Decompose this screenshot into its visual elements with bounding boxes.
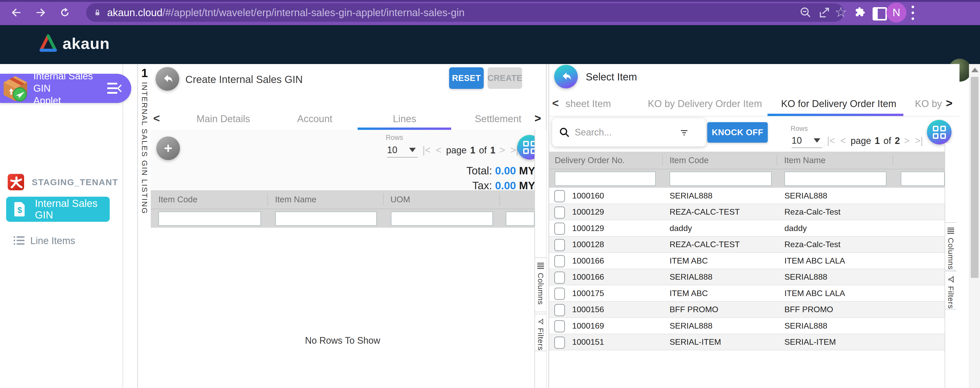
browser-back-icon[interactable] <box>10 6 22 19</box>
filter-funnel-icon <box>537 318 544 326</box>
filter-input-item-name[interactable] <box>784 172 886 186</box>
listing-strip[interactable]: 1 INTERNAL SALES GIN LISTING <box>137 64 152 388</box>
table-row[interactable]: 1000151 SERIAL-ITEM SERIAL-ITEM <box>549 334 945 351</box>
columns-rail-tab[interactable]: Columns <box>945 222 956 271</box>
tab-main-details[interactable]: Main Details <box>196 114 250 125</box>
table-row[interactable]: 1000128 REZA-CALC-TEST Reza-Calc-Test <box>549 237 945 253</box>
table-row[interactable]: 1000160 SERIAL888 SERIAL888 <box>549 188 945 204</box>
table-row[interactable]: 1000175 ITEM ABC ITEM ABC LALA <box>549 285 945 302</box>
table-row[interactable]: 1000156 BFF PROMO BFF PROMO <box>549 302 945 318</box>
cell-item-name: ITEM ABC LALA <box>784 256 845 265</box>
add-line-button[interactable] <box>156 136 180 160</box>
col-uom[interactable]: UOM <box>390 195 410 204</box>
search-filter-icon[interactable] <box>680 128 689 137</box>
share-icon[interactable] <box>818 6 831 19</box>
row-checkbox[interactable] <box>554 255 565 268</box>
filter-input-item-name[interactable] <box>275 212 377 226</box>
search-box[interactable] <box>552 118 706 146</box>
table-row[interactable]: 1000166 ITEM ABC ITEM ABC LALA <box>549 253 945 269</box>
total-line: Total: 0.00 MYR <box>466 163 543 178</box>
tabs-scroll-right-icon[interactable]: > <box>535 112 541 125</box>
scrollbar-thumb[interactable] <box>971 77 978 278</box>
filter-input-item-code[interactable] <box>670 172 772 186</box>
row-checkbox[interactable] <box>554 337 565 349</box>
tab-settlement[interactable]: Settlement <box>475 114 522 125</box>
prev-page-icon[interactable]: < <box>436 145 441 156</box>
tabs-scroll-left-icon[interactable]: < <box>153 112 160 125</box>
row-checkbox[interactable] <box>554 320 565 333</box>
rows-dropdown-caret-icon[interactable] <box>409 148 416 152</box>
last-page-icon[interactable]: >| <box>915 135 923 146</box>
filters-rail-tab[interactable]: Filters <box>535 314 546 351</box>
scrollbar-up-arrow-icon[interactable] <box>971 68 978 72</box>
back-button[interactable] <box>554 65 578 89</box>
filters-rail-tab[interactable]: Filters <box>945 271 956 309</box>
sidebar-item-internal-sales-gin[interactable]: $ Internal Sales GIN <box>6 197 110 222</box>
tabs-scroll-left-icon[interactable]: < <box>552 97 559 109</box>
address-bar[interactable]: akaun.cloud/#/applet/tnt/wavelet/erp/int… <box>86 3 844 22</box>
row-checkbox[interactable] <box>554 239 565 251</box>
back-button[interactable] <box>156 67 179 91</box>
filter-input-extra[interactable] <box>506 212 535 226</box>
filter-input-item-code[interactable] <box>158 212 261 226</box>
table-row[interactable]: 1000169 SERIAL888 SERIAL888 <box>549 318 945 334</box>
sidebar-item-tenant[interactable]: STAGING_TENANT <box>8 174 115 190</box>
tab-account[interactable]: Account <box>297 114 332 125</box>
search-input[interactable] <box>574 127 678 138</box>
tab-ko-by-delivery-order-item[interactable]: KO by Delivery Order Item <box>648 98 762 109</box>
tab-jobsheet-item[interactable]: sheet Item <box>565 98 611 109</box>
col-delivery-order-no[interactable]: Delivery Order No. <box>555 155 625 165</box>
columns-rail-tab[interactable]: Columns <box>535 257 546 312</box>
browser-profile-avatar[interactable]: N <box>886 3 907 22</box>
sidebar-item-line-items[interactable]: Line Items <box>13 235 111 246</box>
col-item-name[interactable]: Item Name <box>275 195 316 204</box>
browser-reload-icon[interactable] <box>59 6 71 19</box>
rows-dropdown-caret-icon[interactable] <box>814 138 820 143</box>
filter-input-delivery-order-no[interactable] <box>555 172 656 186</box>
row-checkbox[interactable] <box>554 288 565 300</box>
row-checkbox[interactable] <box>554 223 565 235</box>
cell-item-name: SERIAL888 <box>784 191 827 200</box>
filters-rail-label: Filters <box>536 328 545 351</box>
side-panel-icon[interactable] <box>873 7 887 21</box>
table-row[interactable]: 1000166 SERIAL888 SERIAL888 <box>549 269 945 285</box>
col-item-name[interactable]: Item Name <box>784 155 826 165</box>
row-checkbox[interactable] <box>554 271 565 284</box>
col-item-code[interactable]: Item Code <box>158 195 197 204</box>
browser-forward-icon[interactable] <box>34 6 47 19</box>
prev-page-icon[interactable]: < <box>840 135 846 146</box>
extensions-puzzle-icon[interactable] <box>854 6 866 19</box>
tab-ko-by-next[interactable]: KO by <box>915 98 942 109</box>
first-page-icon[interactable]: |< <box>422 145 431 156</box>
page-scrollbar[interactable] <box>969 64 980 388</box>
collapse-menu-icon[interactable] <box>107 81 122 96</box>
create-button[interactable]: CREATE <box>488 67 522 89</box>
grid-view-button[interactable] <box>927 120 951 144</box>
listing-count: 1 <box>138 66 151 80</box>
cell-item-code: SERIAL-ITEM <box>670 337 721 347</box>
filter-input-uom[interactable] <box>391 212 493 226</box>
next-page-icon[interactable]: > <box>500 145 505 156</box>
tab-ko-for-delivery-order-item[interactable]: KO for Delivery Order Item <box>781 98 896 109</box>
zoom-out-icon[interactable] <box>799 6 812 19</box>
table-row[interactable]: 1000129 REZA-CALC-TEST Reza-Calc-Test <box>549 204 945 220</box>
first-page-icon[interactable]: |< <box>827 135 835 146</box>
applet-banner[interactable]: Internal Sales GIN Applet <box>0 74 131 103</box>
tab-lines[interactable]: Lines <box>393 114 416 125</box>
rows-select-underline <box>792 147 822 148</box>
table-row[interactable]: 1000129 daddy daddy <box>549 220 945 237</box>
col-item-code[interactable]: Item Code <box>670 155 708 165</box>
rows-per-page-select[interactable]: 10 <box>387 145 397 155</box>
rows-per-page-select[interactable]: 10 <box>792 135 802 146</box>
reset-button[interactable]: RESET <box>449 67 484 89</box>
cell-delivery-order-no: 1000166 <box>572 256 604 265</box>
row-checkbox[interactable] <box>554 190 565 202</box>
bookmark-star-icon[interactable]: ☆ <box>835 3 848 16</box>
browser-menu-icon[interactable] <box>912 6 915 20</box>
row-checkbox[interactable] <box>554 304 565 316</box>
next-page-icon[interactable]: > <box>904 135 910 146</box>
knock-off-button[interactable]: KNOCK OFF <box>707 122 768 143</box>
filter-input-extra[interactable] <box>901 172 945 186</box>
row-checkbox[interactable] <box>554 206 565 219</box>
tabs-scroll-right-icon[interactable]: > <box>946 97 953 109</box>
